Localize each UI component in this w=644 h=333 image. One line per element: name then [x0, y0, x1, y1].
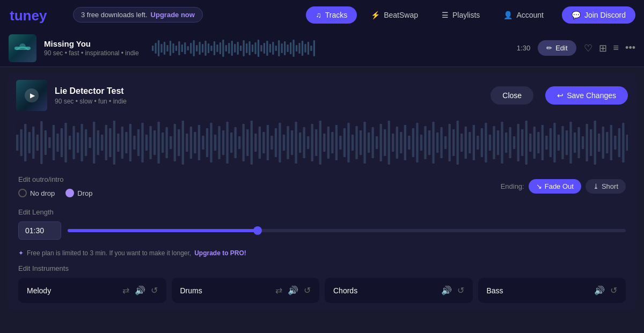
- svg-rect-26: [219, 42, 221, 54]
- drums-reset-icon[interactable]: ↺: [304, 285, 311, 295]
- svg-rect-144: [360, 130, 362, 155]
- svg-rect-169: [460, 134, 463, 152]
- list-icon[interactable]: ≡: [613, 42, 619, 54]
- time-input[interactable]: [18, 221, 61, 240]
- discord-nav-button[interactable]: 💬 Join Discord: [562, 6, 635, 24]
- svg-rect-101: [186, 134, 188, 152]
- tracks-nav-button[interactable]: ♫ Tracks: [306, 6, 357, 24]
- svg-rect-119: [259, 127, 261, 159]
- svg-rect-93: [153, 130, 156, 155]
- svg-rect-161: [428, 130, 430, 155]
- bass-volume-icon[interactable]: 🔊: [594, 285, 605, 295]
- svg-rect-147: [371, 127, 374, 158]
- svg-rect-159: [420, 135, 422, 151]
- svg-rect-12: [178, 41, 180, 55]
- editor-waveform: [8, 119, 636, 167]
- short-button[interactable]: ⤓ Short: [586, 179, 626, 194]
- svg-rect-49: [287, 45, 288, 52]
- svg-rect-65: [40, 121, 42, 164]
- bass-reset-icon[interactable]: ↺: [610, 285, 617, 295]
- upgrade-pro-link[interactable]: Upgrade to PRO!: [194, 249, 246, 257]
- drop-option[interactable]: Drop: [65, 189, 92, 197]
- drums-icons: ⇄ 🔊 ↺: [275, 285, 311, 295]
- length-slider[interactable]: [68, 229, 626, 232]
- account-nav-button[interactable]: 👤 Account: [494, 6, 553, 24]
- svg-rect-154: [400, 132, 402, 153]
- instrument-card-bass: Bass 🔊 ↺: [478, 278, 626, 303]
- track-thumbnail-1: [9, 34, 36, 62]
- drums-volume-icon[interactable]: 🔊: [288, 285, 298, 295]
- svg-rect-156: [408, 136, 410, 150]
- melody-volume-icon[interactable]: 🔊: [135, 285, 145, 295]
- editor-thumbnail: ▶: [16, 80, 47, 111]
- svg-rect-8: [166, 45, 168, 51]
- beatswap-nav-button[interactable]: ⚡ BeatSwap: [361, 6, 428, 24]
- upgrade-now-link[interactable]: Upgrade now: [151, 11, 195, 19]
- svg-rect-27: [222, 40, 224, 57]
- chords-volume-icon[interactable]: 🔊: [441, 285, 452, 295]
- svg-rect-42: [266, 41, 268, 56]
- svg-rect-136: [327, 127, 330, 159]
- svg-rect-99: [178, 129, 180, 156]
- svg-rect-107: [210, 123, 212, 162]
- svg-rect-128: [295, 122, 297, 164]
- svg-rect-142: [352, 135, 354, 151]
- svg-rect-72: [69, 136, 71, 150]
- close-button[interactable]: Close: [491, 86, 533, 105]
- svg-rect-96: [166, 127, 168, 158]
- svg-rect-43: [269, 44, 270, 53]
- grid-icon[interactable]: ⊞: [599, 42, 607, 54]
- instrument-card-melody: Melody ⇄ 🔊 ↺: [18, 278, 166, 303]
- svg-rect-92: [149, 126, 151, 159]
- more-icon[interactable]: •••: [625, 42, 635, 54]
- svg-rect-130: [303, 127, 305, 158]
- svg-rect-173: [477, 136, 479, 150]
- editor-track-info: Lie Detector Test 90 sec • slow • fun • …: [55, 86, 483, 105]
- playlists-nav-button[interactable]: ☰ Playlists: [432, 6, 489, 24]
- svg-rect-162: [432, 122, 434, 164]
- track-row-1: Missing You 90 sec • fast • inspirationa…: [0, 29, 644, 67]
- short-label: Short: [602, 182, 618, 190]
- svg-rect-170: [465, 127, 467, 159]
- svg-rect-141: [347, 123, 349, 162]
- svg-rect-207: [614, 136, 616, 150]
- svg-rect-63: [32, 127, 34, 159]
- chords-reset-icon[interactable]: ↺: [457, 285, 464, 295]
- svg-rect-23: [210, 46, 212, 51]
- svg-rect-171: [469, 132, 471, 153]
- svg-rect-17: [193, 40, 194, 56]
- svg-rect-80: [101, 135, 103, 151]
- no-drop-option[interactable]: No drop: [18, 189, 55, 197]
- slider-thumb[interactable]: [253, 226, 262, 235]
- drop-radio[interactable]: [65, 189, 74, 197]
- track-actions-1: ♡ ⊞ ≡ •••: [584, 42, 635, 54]
- svg-rect-38: [254, 42, 256, 54]
- no-drop-radio[interactable]: [18, 189, 27, 197]
- melody-reset-icon[interactable]: ↺: [151, 285, 158, 295]
- svg-rect-106: [206, 128, 208, 157]
- melody-shuffle-icon[interactable]: ⇄: [122, 285, 129, 295]
- drop-label: Drop: [77, 189, 92, 197]
- svg-rect-68: [53, 125, 55, 160]
- svg-rect-143: [355, 126, 357, 159]
- ending-label: Ending:: [501, 182, 524, 190]
- play-button[interactable]: ▶: [25, 88, 39, 102]
- play-icon: ▶: [30, 92, 35, 99]
- drums-shuffle-icon[interactable]: ⇄: [275, 285, 282, 295]
- svg-rect-21: [204, 41, 206, 56]
- save-changes-button[interactable]: ↩ Save Changes: [545, 86, 628, 105]
- svg-rect-11: [175, 46, 177, 51]
- svg-rect-120: [262, 132, 265, 153]
- beatswap-label: BeatSwap: [384, 11, 418, 19]
- svg-rect-115: [243, 124, 245, 161]
- svg-rect-67: [48, 137, 50, 148]
- track-meta-1: 90 sec • fast • inspirational • indie: [44, 49, 139, 57]
- svg-rect-139: [339, 136, 341, 150]
- svg-rect-195: [566, 130, 568, 155]
- svg-rect-137: [331, 132, 333, 153]
- heart-icon[interactable]: ♡: [584, 42, 592, 54]
- edit-button-1[interactable]: ✏ Edit: [538, 40, 576, 56]
- svg-rect-10: [172, 43, 174, 53]
- fade-out-button[interactable]: ↘ Fade Out: [529, 179, 581, 194]
- svg-rect-85: [121, 127, 123, 159]
